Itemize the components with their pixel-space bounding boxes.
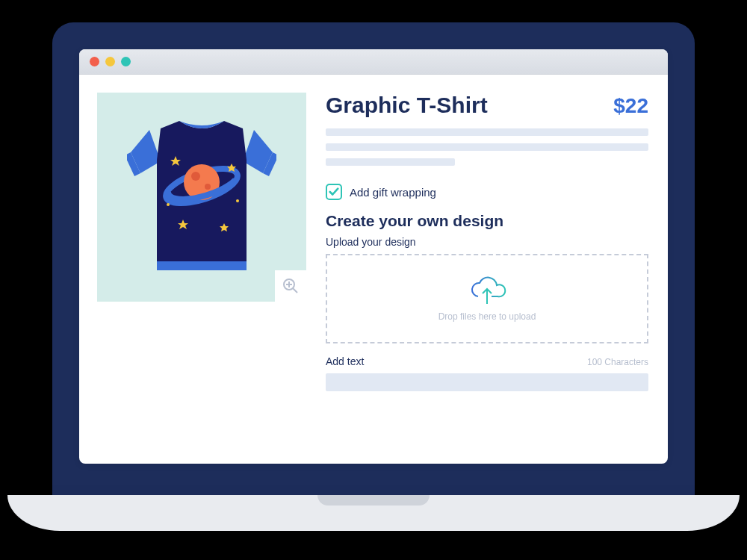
content-area: Graphic T-Shirt $22 Add gift wrapping — [79, 75, 668, 464]
svg-line-12 — [293, 288, 297, 293]
laptop-base — [7, 495, 740, 531]
check-icon — [329, 187, 339, 197]
zoom-in-icon — [282, 277, 300, 295]
description-placeholder — [326, 128, 648, 136]
gift-wrap-label: Add gift wrapping — [350, 186, 436, 199]
add-text-input[interactable] — [326, 373, 648, 391]
description-placeholder — [326, 143, 648, 151]
zoom-button[interactable] — [275, 270, 306, 302]
svg-rect-0 — [157, 261, 247, 270]
add-text-label: Add text — [326, 355, 364, 367]
product-title: Graphic T-Shirt — [326, 93, 488, 118]
add-text-row: Add text 100 Characters — [326, 355, 648, 367]
product-image — [97, 93, 306, 302]
gift-wrap-checkbox[interactable] — [326, 184, 342, 200]
svg-point-10 — [236, 199, 239, 202]
minimize-icon[interactable] — [105, 57, 115, 66]
close-icon[interactable] — [90, 57, 99, 66]
product-details: Graphic T-Shirt $22 Add gift wrapping — [326, 93, 648, 446]
upload-label: Upload your design — [326, 236, 648, 248]
svg-point-3 — [191, 172, 200, 181]
titlebar — [79, 49, 668, 75]
browser-window: Graphic T-Shirt $22 Add gift wrapping — [79, 49, 668, 464]
maximize-icon[interactable] — [121, 57, 131, 66]
svg-point-4 — [205, 184, 211, 190]
gift-wrap-row: Add gift wrapping — [326, 184, 648, 200]
cloud-upload-icon — [466, 276, 508, 305]
dropzone-text: Drop files here to upload — [438, 311, 536, 322]
design-section-title: Create your own design — [326, 212, 648, 230]
svg-point-9 — [167, 203, 170, 206]
upload-dropzone[interactable]: Drop files here to upload — [326, 254, 648, 343]
description-placeholder — [326, 158, 455, 166]
tshirt-graphic — [127, 115, 276, 279]
title-row: Graphic T-Shirt $22 — [326, 93, 648, 118]
char-limit: 100 Characters — [587, 357, 648, 367]
laptop-notch — [317, 495, 430, 505]
product-price: $22 — [613, 94, 648, 118]
laptop-frame: Graphic T-Shirt $22 Add gift wrapping — [52, 22, 695, 531]
screen-bezel: Graphic T-Shirt $22 Add gift wrapping — [52, 22, 695, 495]
